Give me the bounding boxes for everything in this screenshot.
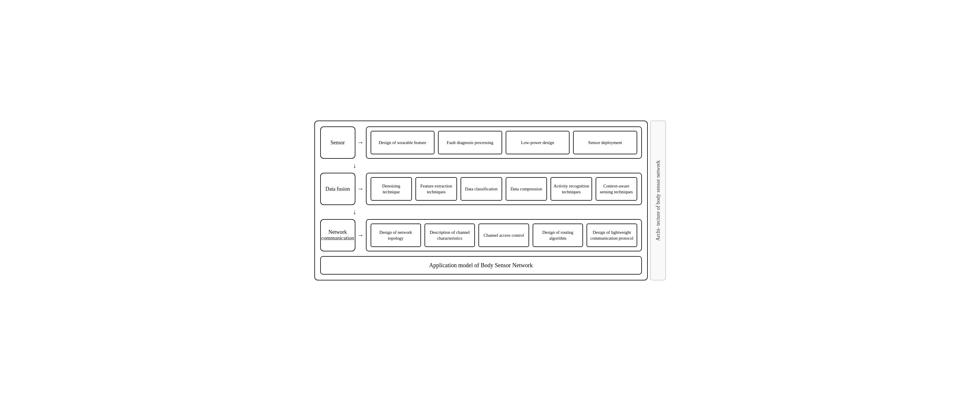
box-channel-access: Channel access control	[479, 224, 529, 247]
box-channel-characteristics: Description of channel characteristics	[425, 224, 475, 247]
application-model-row: Application model of Body Sensor Network	[320, 256, 642, 275]
box-network-topology: Design of network topology	[371, 224, 421, 247]
box-context-aware: Context-aware sensing techniques	[596, 177, 637, 201]
network-group: Design of network topology Description o…	[366, 219, 642, 251]
box-sensor-deployment: Sensor deployment	[573, 131, 637, 154]
network-node: Network communication	[320, 219, 355, 251]
box-lightweight-protocol: Design of lightweight communication prot…	[587, 224, 637, 247]
v-arrow-1: ↓	[320, 161, 642, 170]
box-feature-extraction: Feature extraction techniques	[415, 177, 457, 201]
sensor-node: Sensor	[320, 126, 355, 159]
datafusion-row: Data fusion → Denoising technique Featur…	[320, 173, 642, 205]
sensor-group: Design of wearable feature Fault diagnos…	[366, 126, 642, 159]
box-routing-algorithm: Design of routing algorithm	[533, 224, 583, 247]
sensor-row: Sensor → Design of wearable feature Faul…	[320, 126, 642, 159]
down-arrow-2: ↓	[337, 208, 372, 216]
datafusion-group: Denoising technique Feature extraction t…	[366, 173, 642, 205]
datafusion-node: Data fusion	[320, 173, 355, 205]
box-low-power: Low-power design	[506, 131, 570, 154]
arrow-datafusion: →	[355, 185, 366, 193]
main-content: Sensor → Design of wearable feature Faul…	[314, 121, 648, 280]
v-arrow-2: ↓	[320, 208, 642, 216]
arrow-network: →	[355, 232, 366, 239]
box-data-compression: Data compression	[506, 177, 547, 201]
network-row: Network communication → Design of networ…	[320, 219, 642, 251]
outer-container: Sensor → Design of wearable feature Faul…	[314, 121, 666, 280]
box-fault-diagnosis: Fault diagnosis processing	[438, 131, 502, 154]
down-arrow-1: ↓	[337, 161, 372, 170]
arrow-sensor: →	[355, 139, 366, 146]
box-denoising: Denoising technique	[371, 177, 412, 201]
box-activity-recognition: Activity recognition techniques	[550, 177, 592, 201]
box-data-classification: Data classification	[461, 177, 502, 201]
box-wearable-feature: Design of wearable feature	[371, 131, 435, 154]
architecture-label: Archi- tecture of body sensor network	[650, 121, 666, 280]
